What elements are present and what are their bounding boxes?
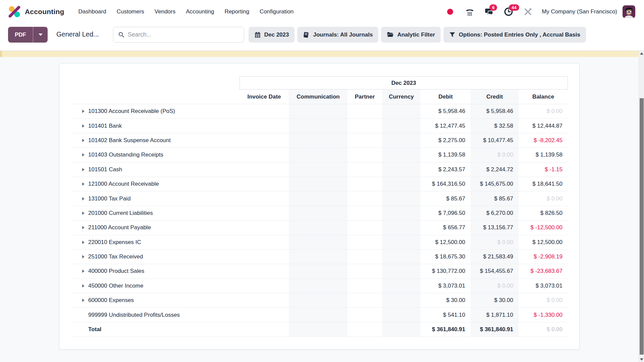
communication-cell xyxy=(289,221,347,235)
currency-cell xyxy=(382,322,421,337)
menu-configuration[interactable]: Configuration xyxy=(260,8,293,15)
folder-open-icon xyxy=(387,31,394,38)
communication-cell xyxy=(289,206,347,220)
account-name: 999999 Undistributed Profits/Losses xyxy=(88,312,180,318)
account-name: 211000 Account Payable xyxy=(88,224,151,231)
debit-cell: $ 2,275.00 xyxy=(421,133,471,147)
account-cell[interactable]: 201000 Current Liabilities xyxy=(72,206,239,220)
partner-cell xyxy=(347,148,382,162)
credit-cell: $ 0.00 xyxy=(471,279,519,293)
balance-cell: $ -1,330.00 xyxy=(519,308,568,322)
balance-cell: $ 3,073.01 xyxy=(519,279,568,293)
balance-cell: $ 18,641.50 xyxy=(519,177,568,191)
credit-cell: $ 361,840.91 xyxy=(471,322,519,337)
currency-cell xyxy=(382,235,421,249)
pdf-button[interactable]: PDF xyxy=(8,27,33,43)
currency-cell xyxy=(382,119,421,133)
invoice-date-cell xyxy=(239,235,289,249)
menu-vendors[interactable]: Vendors xyxy=(155,8,175,15)
period-filter-button[interactable]: Dec 2023 xyxy=(249,27,295,43)
balance-cell: $ -23,683.67 xyxy=(519,264,568,278)
table-row[interactable]: 400000 Product Sales $ 130,772.00 $ 154,… xyxy=(72,264,568,279)
odoo-accounting-logo[interactable] xyxy=(8,5,21,18)
invoice-date-cell xyxy=(239,119,289,133)
credit-cell: $ 10,477.45 xyxy=(471,133,519,147)
account-cell[interactable]: Total xyxy=(72,322,239,337)
search-input[interactable] xyxy=(128,31,239,38)
communication-cell xyxy=(289,250,347,264)
account-cell[interactable]: 101402 Bank Suspense Account xyxy=(72,133,239,147)
debit-cell: $ 656.77 xyxy=(421,221,471,235)
table-row[interactable]: 600000 Expenses $ 30.00 $ 30.00 $ 0.00 xyxy=(72,293,568,308)
table-row[interactable]: 251000 Tax Received $ 18,675.30 $ 21,583… xyxy=(72,250,568,264)
scroll-down-arrow-icon[interactable] xyxy=(640,358,643,361)
debug-tools-button[interactable] xyxy=(523,7,533,17)
user-avatar[interactable] xyxy=(623,5,635,18)
menu-accounting[interactable]: Accounting xyxy=(186,8,214,15)
activities-button[interactable]: 44 xyxy=(503,7,514,17)
account-cell[interactable]: 211000 Account Payable xyxy=(72,221,239,235)
partner-cell xyxy=(347,221,382,235)
account-cell[interactable]: 101501 Cash xyxy=(72,163,239,177)
table-row[interactable]: 101501 Cash $ 2,243.57 $ 2,244.72 $ -1.1… xyxy=(72,163,568,177)
account-cell[interactable]: 600000 Expenses xyxy=(72,293,239,307)
pdf-dropdown-button[interactable] xyxy=(33,27,48,43)
account-cell[interactable]: 999999 Undistributed Profits/Losses xyxy=(72,308,239,322)
table-row[interactable]: 121000 Account Receivable $ 164,316.50 $… xyxy=(72,177,568,191)
options-filter-label: Options: Posted Entries Only , Accrual B… xyxy=(459,32,580,38)
debit-cell: $ 85.67 xyxy=(421,191,471,205)
messages-button[interactable]: 6 xyxy=(484,7,494,17)
balance-cell: $ -1.15 xyxy=(519,163,568,177)
table-row[interactable]: 450000 Other Income $ 3,073.01 $ 0.00 $ … xyxy=(72,279,568,293)
vertical-scrollbar[interactable] xyxy=(639,51,644,362)
account-cell[interactable]: 131000 Tax Paid xyxy=(72,191,239,205)
options-filter-button[interactable]: Options: Posted Entries Only , Accrual B… xyxy=(443,27,586,43)
table-row[interactable]: 101300 Account Receivable (PoS) $ 5,958.… xyxy=(72,104,568,119)
table-row[interactable]: 101402 Bank Suspense Account $ 2,275.00 … xyxy=(72,133,568,148)
debit-cell: $ 18,675.30 xyxy=(421,250,471,264)
table-row[interactable]: 220010 Expenses IC $ 12,500.00 $ 0.00 $ … xyxy=(72,235,568,250)
analytic-filter-button[interactable]: Analytic Filter xyxy=(381,27,440,43)
credit-cell: $ 32.58 xyxy=(471,119,519,133)
menu-dashboard[interactable]: Dashboard xyxy=(78,8,106,15)
table-row[interactable]: 101403 Outstanding Receipts $ 1,139.58 $… xyxy=(72,148,568,162)
account-cell[interactable]: 251000 Tax Received xyxy=(72,250,239,264)
chevron-down-icon xyxy=(39,34,43,36)
journals-filter-button[interactable]: Journals: All Journals xyxy=(297,27,378,43)
debit-cell: $ 541.10 xyxy=(421,308,471,322)
pdf-split-button: PDF xyxy=(8,27,48,43)
currency-cell xyxy=(382,148,421,162)
communication-cell xyxy=(289,308,347,322)
table-row[interactable]: 101401 Bank $ 12,477.45 $ 32.58 $ 12,444… xyxy=(72,119,568,133)
recording-indicator[interactable] xyxy=(445,7,455,17)
caret-right-icon xyxy=(82,255,85,258)
app-name[interactable]: Accounting xyxy=(25,8,64,16)
menu-customers[interactable]: Customers xyxy=(117,8,144,15)
voip-button[interactable] xyxy=(465,7,475,17)
col-balance: Balance xyxy=(519,89,568,104)
account-cell[interactable]: 101403 Outstanding Receipts xyxy=(72,148,239,162)
account-cell[interactable]: 450000 Other Income xyxy=(72,279,239,293)
scroll-up-arrow-icon[interactable] xyxy=(640,52,643,55)
caret-right-icon xyxy=(82,124,85,128)
account-cell[interactable]: 121000 Account Receivable xyxy=(72,177,239,191)
caret-right-icon xyxy=(82,110,85,113)
account-name: 220010 Expenses IC xyxy=(88,239,141,246)
table-row[interactable]: 131000 Tax Paid $ 85.67 $ 85.67 $ 0.00 xyxy=(72,191,568,206)
table-row[interactable]: 201000 Current Liabilities $ 7,096.50 $ … xyxy=(72,206,568,221)
company-switcher[interactable]: My Company (San Francisco) xyxy=(542,8,617,15)
account-cell[interactable]: 400000 Product Sales xyxy=(72,264,239,278)
scrollbar-thumb[interactable] xyxy=(640,98,644,355)
menu-reporting[interactable]: Reporting xyxy=(224,8,249,15)
balance-cell: $ 0.00 xyxy=(519,293,568,307)
analytic-filter-label: Analytic Filter xyxy=(397,32,435,38)
account-cell[interactable]: 220010 Expenses IC xyxy=(72,235,239,249)
account-cell[interactable]: 101401 Bank xyxy=(72,119,239,133)
table-row[interactable]: 211000 Account Payable $ 656.77 $ 13,156… xyxy=(72,221,568,235)
table-header-row: Invoice Date Communication Partner Curre… xyxy=(72,89,568,104)
debit-cell: $ 130,772.00 xyxy=(421,264,471,278)
table-row[interactable]: 999999 Undistributed Profits/Losses $ 54… xyxy=(72,308,568,322)
account-cell[interactable]: 101300 Account Receivable (PoS) xyxy=(72,104,239,118)
nav-right: 6 44 My Company (San Francisco) xyxy=(436,5,635,18)
search-box[interactable] xyxy=(113,27,244,43)
